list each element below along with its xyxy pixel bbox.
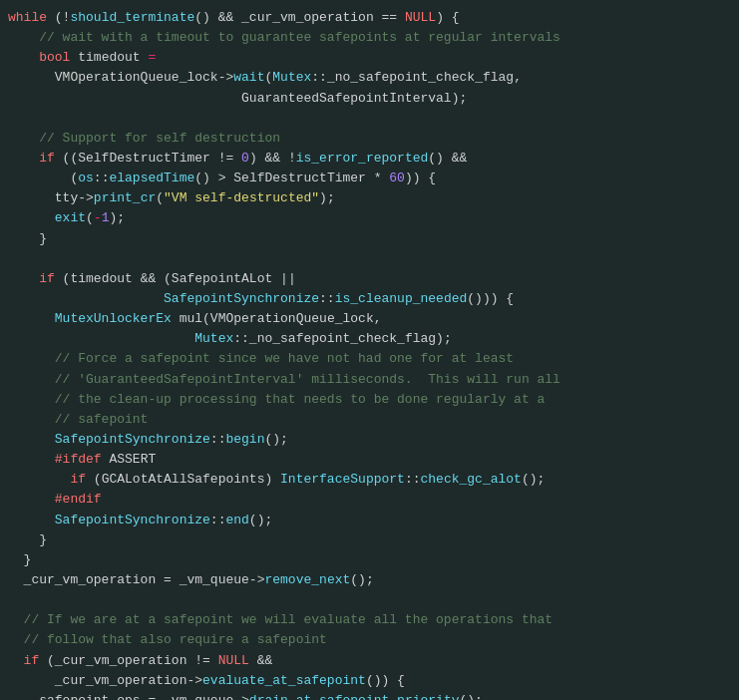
code-line-9: (os::elapsedTime() > SelfDestructTimer *… [8,169,739,188]
code-line-10: tty->print_cr("VM self-destructed"); [8,188,739,208]
code-line-27: } [8,530,739,550]
code-line-5: GuaranteedSafepointInterval); [8,89,739,109]
code-line-23: #ifdef ASSERT [8,450,739,470]
code-line-2: // wait with a timeout to guarantee safe… [8,28,739,48]
code-line-4: VMOperationQueue_lock->wait(Mutex::_no_s… [8,68,739,88]
code-line-6 [8,109,739,129]
code-line-28: } [8,550,739,570]
code-line-15: SafepointSynchronize::is_cleanup_needed(… [8,289,739,309]
code-line-24: if (GCALotAtAllSafepoints) InterfaceSupp… [8,470,739,490]
code-line-18: // Force a safepoint since we have not h… [8,349,739,369]
code-line-21: // safepoint [8,410,739,430]
code-line-12: } [8,229,739,249]
code-line-32: // follow that also require a safepoint [8,630,739,650]
code-line-20: // the clean-up processing that needs to… [8,390,739,410]
code-line-3: bool timedout = [8,48,739,68]
code-line-30 [8,590,739,610]
code-line-34: _cur_vm_operation->evaluate_at_safepoint… [8,671,739,691]
code-line-1: while (!should_terminate() && _cur_vm_op… [8,8,739,28]
code-line-29: _cur_vm_operation = _vm_queue->remove_ne… [8,570,739,590]
code-line-11: exit(-1); [8,208,739,228]
code-line-8: if ((SelfDestructTimer != 0) && !is_erro… [8,149,739,169]
code-line-14: if (timedout && (SafepointALot || [8,269,739,289]
code-line-19: // 'GuaranteedSafepointInterval' millise… [8,370,739,390]
code-line-17: Mutex::_no_safepoint_check_flag); [8,329,739,349]
code-line-16: MutexUnlockerEx mul(VMOperationQueue_loc… [8,309,739,329]
code-line-35: safepoint_ops = _vm_queue->drain_at_safe… [8,691,739,700]
code-line-7: // Support for self destruction [8,129,739,149]
code-line-33: if (_cur_vm_operation != NULL && [8,651,739,671]
code-line-13 [8,249,739,269]
code-container: while (!should_terminate() && _cur_vm_op… [0,0,739,700]
code-line-31: // If we are at a safepoint we will eval… [8,610,739,630]
code-line-22: SafepointSynchronize::begin(); [8,430,739,450]
code-line-26: SafepointSynchronize::end(); [8,511,739,530]
code-line-25: #endif [8,490,739,510]
